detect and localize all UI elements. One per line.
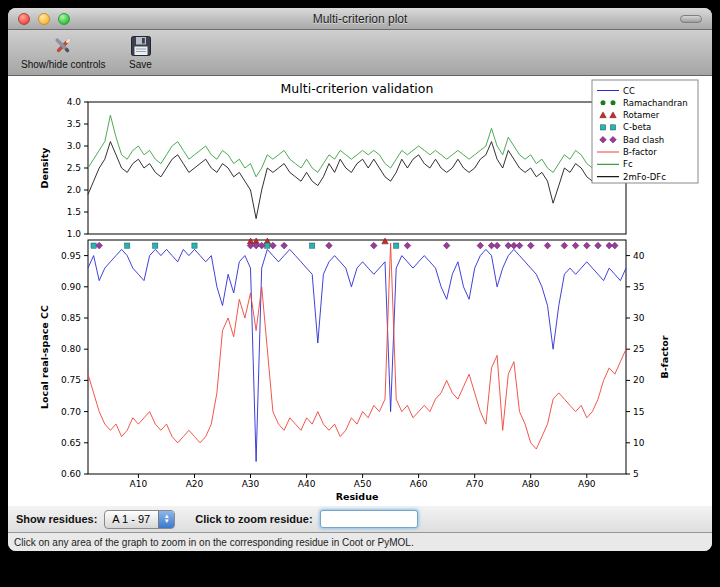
save-label: Save xyxy=(129,59,152,70)
svg-text:A80: A80 xyxy=(522,479,540,489)
svg-text:0.70: 0.70 xyxy=(61,407,81,417)
svg-text:Fc: Fc xyxy=(623,159,633,169)
minimize-button[interactable] xyxy=(38,13,50,25)
svg-text:0.95: 0.95 xyxy=(61,251,81,261)
svg-text:0.65: 0.65 xyxy=(61,438,81,448)
svg-text:A60: A60 xyxy=(410,479,428,489)
svg-text:Bad clash: Bad clash xyxy=(623,135,664,145)
svg-text:A40: A40 xyxy=(298,479,316,489)
svg-text:Density: Density xyxy=(39,147,50,189)
multi-criterion-chart[interactable]: Multi-criterion validation1.01.52.02.53.… xyxy=(8,76,712,506)
window-title: Multi-criterion plot xyxy=(8,12,712,26)
svg-text:0.80: 0.80 xyxy=(61,344,81,354)
titlebar[interactable]: Multi-criterion plot xyxy=(8,8,712,30)
svg-text:2.0: 2.0 xyxy=(67,185,82,195)
show-residues-selected-value: A 1 - 97 xyxy=(105,511,158,528)
svg-text:B-factor: B-factor xyxy=(623,147,657,157)
svg-text:2mFo-DFc: 2mFo-DFc xyxy=(623,172,666,182)
svg-text:Multi-criterion validation: Multi-criterion validation xyxy=(281,81,434,96)
svg-text:Rotamer: Rotamer xyxy=(623,110,660,120)
show-residues-select[interactable]: A 1 - 97 ▲▼ xyxy=(104,510,175,529)
close-button[interactable] xyxy=(18,13,30,25)
svg-text:A10: A10 xyxy=(130,479,148,489)
svg-text:Residue: Residue xyxy=(336,491,379,502)
svg-text:2.5: 2.5 xyxy=(67,163,81,173)
svg-text:A50: A50 xyxy=(354,479,372,489)
crossed-tools-icon xyxy=(50,33,76,59)
zoom-window-button[interactable] xyxy=(58,13,70,25)
toolbar: Show/hide controls Save xyxy=(8,30,712,76)
svg-text:0.90: 0.90 xyxy=(61,282,81,292)
show-residues-label: Show residues: xyxy=(16,513,97,525)
popup-stepper-icon: ▲▼ xyxy=(158,511,174,528)
svg-text:A30: A30 xyxy=(242,479,260,489)
svg-text:A90: A90 xyxy=(578,479,596,489)
svg-text:1.5: 1.5 xyxy=(67,207,81,217)
status-message: Click on any area of the graph to zoom i… xyxy=(14,537,414,548)
save-button[interactable]: Save xyxy=(125,32,157,71)
svg-text:5: 5 xyxy=(633,469,639,479)
show-hide-controls-button[interactable]: Show/hide controls xyxy=(18,32,109,71)
show-hide-controls-label: Show/hide controls xyxy=(21,59,106,70)
svg-text:Ramachandran: Ramachandran xyxy=(623,98,688,108)
svg-text:Local real-space CC: Local real-space CC xyxy=(39,305,50,409)
svg-text:4.0: 4.0 xyxy=(67,97,82,107)
svg-text:A20: A20 xyxy=(186,479,204,489)
status-bar: Click on any area of the graph to zoom i… xyxy=(8,533,712,551)
svg-text:0.85: 0.85 xyxy=(61,313,81,323)
svg-text:35: 35 xyxy=(633,282,644,292)
traffic-lights xyxy=(18,13,70,25)
svg-text:A70: A70 xyxy=(466,479,484,489)
svg-text:10: 10 xyxy=(633,438,645,448)
svg-text:CC: CC xyxy=(623,86,635,96)
plot-canvas[interactable]: Multi-criterion validation1.01.52.02.53.… xyxy=(8,76,712,506)
zoom-residue-input[interactable] xyxy=(320,510,418,528)
svg-text:20: 20 xyxy=(633,375,645,385)
app-window: Multi-criterion plot Show/hide controls xyxy=(8,8,712,551)
svg-text:0.75: 0.75 xyxy=(61,375,81,385)
save-floppy-icon xyxy=(128,33,154,59)
svg-text:0.60: 0.60 xyxy=(61,469,81,479)
svg-text:25: 25 xyxy=(633,344,644,354)
svg-text:3.5: 3.5 xyxy=(67,119,81,129)
toolbar-toggle-button[interactable] xyxy=(680,15,702,23)
svg-text:3.0: 3.0 xyxy=(67,141,82,151)
svg-text:C-beta: C-beta xyxy=(623,122,651,132)
svg-text:30: 30 xyxy=(633,313,645,323)
svg-text:40: 40 xyxy=(633,251,645,261)
svg-text:1.0: 1.0 xyxy=(67,229,82,239)
controls-bar: Show residues: A 1 - 97 ▲▼ Click to zoom… xyxy=(8,506,712,533)
svg-text:15: 15 xyxy=(633,407,644,417)
zoom-residue-label: Click to zoom residue: xyxy=(195,513,312,525)
svg-text:B-factor: B-factor xyxy=(659,335,670,378)
